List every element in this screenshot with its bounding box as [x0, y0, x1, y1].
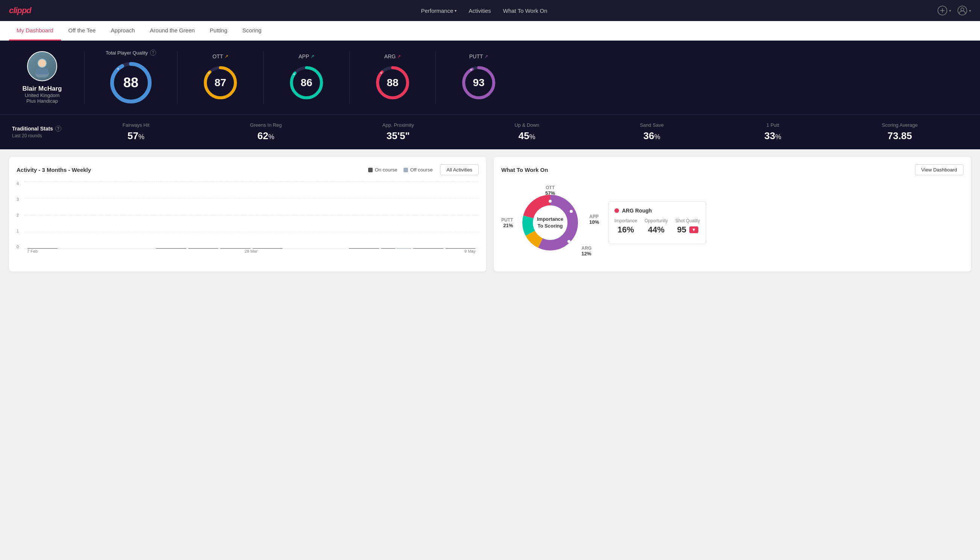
arg-value: 88 — [387, 77, 398, 89]
wtwo-card-header: What To Work On View Dashboard — [501, 164, 963, 175]
all-activities-button[interactable]: All Activities — [440, 164, 479, 175]
stat-greens-in-reg: Greens In Reg 62% — [250, 122, 282, 142]
total-quality-block: Total Player Quality ? 88 — [97, 50, 165, 105]
divider4 — [349, 51, 350, 104]
help-icon[interactable]: ? — [150, 50, 156, 56]
donut-center-label: ImportanceTo Scoring — [537, 216, 563, 229]
activity-chart-card: Activity - 3 Months - Weekly On course O… — [9, 157, 486, 272]
player-country: United Kingdom — [25, 93, 60, 98]
bars-container — [24, 181, 479, 249]
subnav-approach[interactable]: Approach — [103, 21, 142, 41]
stat-sand-save: Sand Save 36% — [640, 122, 664, 142]
subnav-scoring[interactable]: Scoring — [235, 21, 269, 41]
putt-block: PUTT ↗ 93 — [448, 53, 509, 102]
stats-title: Traditional Stats ? — [12, 126, 72, 132]
bar-empty — [75, 248, 90, 249]
bar-group[interactable] — [317, 248, 348, 249]
bar-group[interactable] — [188, 248, 219, 249]
add-button[interactable]: ▾ — [937, 5, 951, 16]
svg-point-30 — [567, 240, 571, 243]
total-quality-value: 88 — [123, 75, 138, 91]
bar-empty — [107, 248, 122, 249]
subnav-putting[interactable]: Putting — [202, 21, 235, 41]
ott-value: 87 — [215, 77, 226, 89]
svg-point-8 — [38, 59, 46, 67]
stats-help-icon[interactable]: ? — [55, 126, 61, 132]
info-shot-quality: Shot Quality 95 ▼ — [676, 218, 700, 235]
user-button[interactable]: ▾ — [957, 5, 971, 16]
nav-performance[interactable]: Performance ▾ — [421, 8, 456, 14]
donut-svg-container: ImportanceTo Scoring — [512, 189, 588, 257]
bar-chart: 0 1 2 3 4 — [17, 181, 479, 264]
top-navigation: clippd Performance ▾ Activities What To … — [0, 0, 980, 21]
view-dashboard-button[interactable]: View Dashboard — [915, 164, 963, 175]
chart-body: 7 Feb 28 Mar 9 May — [24, 181, 479, 257]
svg-point-4 — [961, 8, 964, 11]
legend-off-course: Off course — [404, 167, 433, 173]
putt-outer-label: PUTT 21% — [501, 217, 513, 228]
stat-app-proximity: App. Proximity 35'5" — [383, 122, 414, 142]
bar-group[interactable] — [381, 248, 412, 249]
dashboard-header: Blair McHarg United Kingdom Plus Handica… — [0, 41, 980, 114]
bar-group[interactable] — [284, 248, 315, 249]
player-scores-row: Blair McHarg United Kingdom Plus Handica… — [12, 50, 968, 105]
chart-legend: On course Off course — [368, 167, 433, 173]
subnav-my-dashboard[interactable]: My Dashboard — [9, 21, 61, 41]
divider3 — [263, 51, 264, 104]
ott-label: OTT ↗ — [213, 53, 228, 59]
nav-links: Performance ▾ Activities What To Work On — [421, 8, 547, 14]
stat-fairways-hit: Fairways Hit 57% — [123, 122, 150, 142]
total-quality-label: Total Player Quality ? — [106, 50, 156, 56]
stat-one-putt: 1 Putt 33% — [765, 122, 782, 142]
putt-circle: 93 — [460, 64, 497, 102]
logo[interactable]: clippd — [9, 6, 31, 15]
ott-block: OTT ↗ 87 — [190, 53, 251, 102]
bar-on-course[interactable] — [188, 248, 219, 249]
stats-subtitle: Last 20 rounds — [12, 133, 72, 138]
putt-value: 93 — [473, 77, 484, 89]
stat-scoring-average: Scoring Average 73.85 — [882, 122, 918, 142]
divider — [84, 51, 85, 104]
legend-dot-on — [368, 168, 373, 172]
bar-on-course[interactable] — [381, 248, 396, 249]
info-card-dot — [614, 208, 619, 213]
svg-rect-7 — [36, 68, 48, 75]
subnav-around-the-green[interactable]: Around the Green — [143, 21, 202, 41]
stat-up-down: Up & Down 45% — [514, 122, 539, 142]
arg-circle: 88 — [374, 64, 411, 102]
app-circle: 86 — [288, 64, 325, 102]
bar-group[interactable] — [413, 248, 444, 249]
legend-dot-off — [404, 168, 408, 172]
bar-on-course[interactable] — [413, 248, 444, 249]
app-label: APP ↗ — [299, 53, 314, 59]
shot-quality-value-row: 95 ▼ — [676, 225, 700, 235]
player-avatar — [27, 51, 57, 81]
activity-card-header: Activity - 3 Months - Weekly On course O… — [17, 164, 479, 175]
nav-what-to-work-on[interactable]: What To Work On — [503, 8, 547, 14]
bar-empty — [139, 248, 154, 249]
bar-on-course[interactable] — [156, 248, 186, 249]
nav-activities[interactable]: Activities — [469, 8, 491, 14]
ott-circle: 87 — [201, 64, 239, 102]
bar-off-course[interactable] — [396, 248, 411, 249]
player-handicap: Plus Handicap — [26, 98, 58, 104]
info-card-metrics: Importance 16% Opportunity 44% Shot Qual… — [614, 218, 700, 235]
svg-point-29 — [570, 210, 573, 213]
stats-items: Fairways Hit 57% Greens In Reg 62% App. … — [72, 122, 968, 142]
bar-group[interactable] — [124, 248, 155, 249]
activity-title: Activity - 3 Months - Weekly — [17, 167, 91, 173]
legend-on-course: On course — [368, 167, 398, 173]
bar-on-course[interactable] — [349, 248, 379, 249]
total-quality-circle: 88 — [108, 60, 153, 105]
bar-empty — [332, 248, 347, 249]
divider5 — [436, 51, 436, 104]
svg-point-3 — [958, 6, 967, 15]
bar-group[interactable] — [156, 248, 186, 249]
stats-label-section: Traditional Stats ? Last 20 rounds — [12, 126, 72, 138]
x-axis: 7 Feb 28 Mar 9 May — [24, 249, 479, 257]
bar-group[interactable] — [92, 248, 122, 249]
bar-group[interactable] — [60, 248, 90, 249]
info-card-title: ARG Rough — [614, 208, 700, 213]
subnav-off-the-tee[interactable]: Off the Tee — [61, 21, 103, 41]
bar-group[interactable] — [349, 248, 379, 249]
